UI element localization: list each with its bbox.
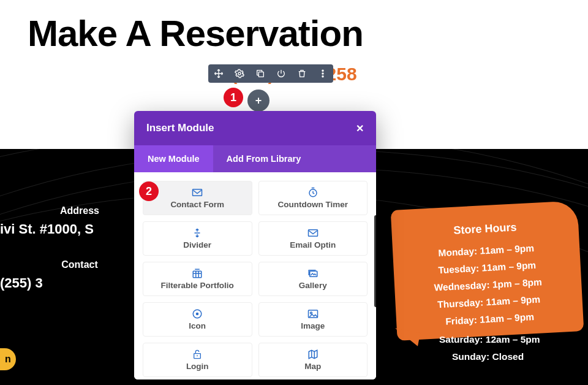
module-item-countdown-timer[interactable]: Countdown Timer — [258, 181, 368, 215]
svg-point-4 — [322, 76, 323, 77]
insert-module-modal: Insert Module ✕ New Module Add From Libr… — [134, 111, 376, 379]
map-icon — [307, 349, 318, 360]
tab-add-from-library[interactable]: Add From Library — [213, 145, 315, 172]
hours-line: Sunday: Closed — [452, 351, 524, 362]
module-item-login[interactable]: Login — [143, 343, 252, 377]
duplicate-icon[interactable] — [255, 68, 266, 79]
svg-rect-5 — [193, 189, 202, 196]
image-icon — [307, 308, 318, 319]
mail-icon — [192, 187, 203, 198]
hours-line: Tuesday: 11am – 9pm — [404, 258, 570, 278]
hours-line: Friday: 11am – 9pm — [407, 310, 573, 329]
modal-tabs: New Module Add From Library — [134, 145, 376, 172]
trash-icon[interactable] — [296, 68, 307, 79]
module-item-email-optin[interactable]: Email Optin — [258, 221, 368, 256]
svg-point-0 — [238, 72, 241, 75]
annotation-badge-2: 2 — [139, 181, 159, 201]
mail-icon — [307, 227, 318, 238]
svg-point-3 — [322, 73, 323, 74]
circle-dot-icon — [192, 308, 203, 319]
module-item-label: Gallery — [299, 281, 327, 290]
modal-header: Insert Module ✕ — [134, 111, 376, 145]
module-item-label: Image — [301, 321, 325, 330]
lock-icon — [192, 349, 202, 360]
page-title: Make A Reservation — [0, 0, 588, 61]
store-hours-card: Store Hours Monday: 11am – 9pm Tuesday: … — [391, 200, 584, 341]
module-item-gallery[interactable]: Gallery — [258, 262, 368, 296]
module-item-label: Icon — [189, 321, 206, 330]
modal-body: Contact Form Countdown Timer Divider Ema… — [134, 172, 376, 379]
close-icon[interactable]: ✕ — [356, 123, 364, 134]
grid-icon — [192, 268, 203, 279]
modal-title: Insert Module — [146, 122, 214, 134]
more-icon[interactable] — [317, 68, 328, 79]
svg-rect-7 — [308, 230, 317, 237]
svg-point-13 — [310, 312, 312, 314]
svg-rect-1 — [258, 72, 263, 77]
module-item-image[interactable]: Image — [258, 302, 368, 337]
module-item-label: Map — [304, 362, 321, 371]
image-multi-icon — [307, 268, 318, 279]
add-module-button[interactable]: + — [247, 90, 270, 112]
tab-new-module[interactable]: New Module — [134, 145, 213, 172]
hours-line: Monday: 11am – 9pm — [404, 241, 569, 261]
svg-rect-8 — [194, 271, 202, 278]
module-item-contact-form[interactable]: Contact Form — [143, 181, 252, 215]
module-item-filterable-portfolio[interactable]: Filterable Portfolio — [143, 262, 252, 296]
module-item-label: Login — [186, 362, 209, 371]
scrollbar[interactable] — [374, 215, 376, 307]
svg-point-11 — [197, 313, 198, 315]
svg-point-2 — [322, 70, 323, 71]
annotation-badge-1: 1 — [224, 88, 243, 107]
timer-icon — [307, 187, 318, 198]
module-item-icon[interactable]: Icon — [143, 302, 252, 337]
module-item-label: Divider — [183, 240, 211, 250]
module-item-divider[interactable]: Divider — [143, 221, 252, 256]
hours-line: Saturday: 12am – 5pm — [439, 334, 540, 345]
module-item-label: Countdown Timer — [278, 200, 349, 209]
move-icon[interactable] — [213, 68, 224, 79]
module-toolbar — [208, 64, 333, 83]
hours-line: Wednesday: 1pm – 8pm — [405, 275, 571, 295]
power-icon[interactable] — [276, 68, 287, 79]
divider-icon — [192, 227, 203, 238]
module-item-map[interactable]: Map — [258, 343, 368, 377]
hours-line: Thursday: 11am – 9pm — [406, 292, 571, 312]
module-item-label: Contact Form — [170, 200, 224, 209]
gear-icon[interactable] — [234, 68, 245, 79]
store-hours-title: Store Hours — [402, 218, 568, 240]
module-item-label: Filterable Portfolio — [161, 281, 234, 290]
module-item-label: Email Optin — [290, 240, 336, 250]
